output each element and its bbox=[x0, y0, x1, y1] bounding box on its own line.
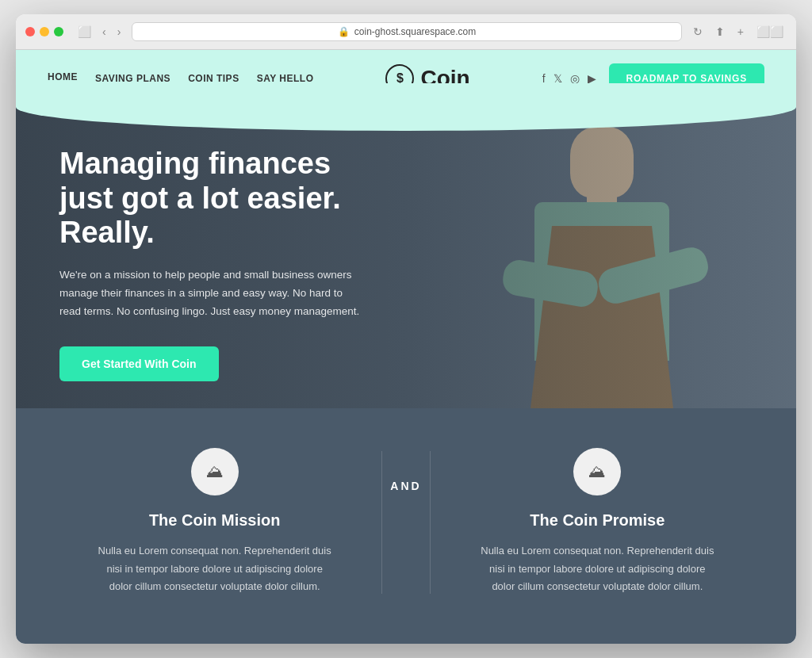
site-logo: $ Coin bbox=[385, 64, 469, 93]
twitter-icon[interactable]: 𝕏 bbox=[553, 72, 562, 85]
roadmap-cta-button[interactable]: ROADMAP TO SAVINGS bbox=[609, 63, 764, 94]
browser-actions: ↻ ⬆ + ⬜⬜ bbox=[690, 24, 787, 40]
fullscreen-button[interactable] bbox=[54, 27, 63, 36]
mission-icon-circle: ⛰ bbox=[191, 448, 239, 495]
browser-chrome: ⬜ ‹ › 🔒 coin-ghost.squarespace.com ↻ ⬆ +… bbox=[16, 14, 796, 50]
feature-mission: ⛰ The Coin Mission Nulla eu Lorem conseq… bbox=[48, 448, 381, 596]
feature-promise: ⛰ The Coin Promise Nulla eu Lorem conseq… bbox=[431, 448, 764, 596]
site-header: HOME SAVING PLANS COIN TIPS SAY HELLO $ … bbox=[16, 50, 796, 107]
url-text: coin-ghost.squarespace.com bbox=[354, 26, 476, 37]
lock-icon: 🔒 bbox=[338, 26, 350, 37]
mission-title: The Coin Mission bbox=[149, 511, 281, 530]
nav-saving-plans[interactable]: SAVING PLANS bbox=[95, 73, 170, 84]
hero-section: Managing finances just got a lot easier.… bbox=[16, 107, 796, 408]
browser-controls: ⬜ ‹ › bbox=[75, 24, 124, 40]
logo-symbol: $ bbox=[396, 71, 404, 86]
back-button[interactable]: ‹ bbox=[99, 24, 109, 40]
promise-title: The Coin Promise bbox=[530, 511, 665, 530]
forward-button[interactable]: › bbox=[114, 24, 124, 40]
mission-mountain-icon: ⛰ bbox=[206, 461, 224, 482]
logo-text: Coin bbox=[420, 66, 469, 91]
mission-description: Nulla eu Lorem consequat non. Reprehende… bbox=[96, 542, 334, 596]
social-icons: f 𝕏 ◎ ▶ bbox=[542, 72, 596, 85]
close-button[interactable] bbox=[25, 27, 35, 36]
minimize-button[interactable] bbox=[40, 27, 49, 36]
hero-cta-button[interactable]: Get Started With Coin bbox=[59, 346, 219, 381]
and-label: AND bbox=[390, 480, 421, 492]
main-nav: HOME SAVING PLANS COIN TIPS SAY HELLO bbox=[48, 71, 314, 86]
features-section: ⛰ The Coin Mission Nulla eu Lorem conseq… bbox=[16, 408, 796, 644]
nav-say-hello[interactable]: SAY HELLO bbox=[257, 73, 314, 84]
sidebar-toggle[interactable]: ⬜ bbox=[75, 24, 94, 40]
facebook-icon[interactable]: f bbox=[542, 72, 546, 85]
browser-window: ⬜ ‹ › 🔒 coin-ghost.squarespace.com ↻ ⬆ +… bbox=[16, 14, 796, 644]
share-button[interactable]: ⬆ bbox=[712, 24, 728, 40]
promise-mountain-icon: ⛰ bbox=[588, 461, 606, 482]
instagram-icon[interactable]: ◎ bbox=[570, 72, 580, 85]
hero-title: Managing finances just got a lot easier.… bbox=[59, 147, 385, 251]
nav-home[interactable]: HOME bbox=[48, 71, 78, 86]
and-divider: AND bbox=[382, 448, 429, 492]
reload-button[interactable]: ↻ bbox=[690, 24, 706, 40]
hero-content: Managing finances just got a lot easier.… bbox=[16, 107, 428, 408]
tab-overview-button[interactable]: ⬜⬜ bbox=[753, 24, 787, 40]
hero-description: We're on a mission to help people and sm… bbox=[59, 266, 361, 321]
header-right: f 𝕏 ◎ ▶ ROADMAP TO SAVINGS bbox=[542, 63, 764, 94]
youtube-icon[interactable]: ▶ bbox=[588, 72, 596, 85]
promise-icon-circle: ⛰ bbox=[573, 448, 621, 495]
promise-description: Nulla eu Lorem consequat non. Reprehende… bbox=[478, 542, 716, 596]
traffic-lights bbox=[25, 27, 63, 36]
new-tab-button[interactable]: + bbox=[734, 24, 747, 40]
logo-icon: $ bbox=[385, 64, 414, 93]
website-content: HOME SAVING PLANS COIN TIPS SAY HELLO $ … bbox=[16, 50, 796, 644]
address-bar[interactable]: 🔒 coin-ghost.squarespace.com bbox=[132, 22, 681, 41]
nav-coin-tips[interactable]: COIN TIPS bbox=[188, 73, 239, 84]
